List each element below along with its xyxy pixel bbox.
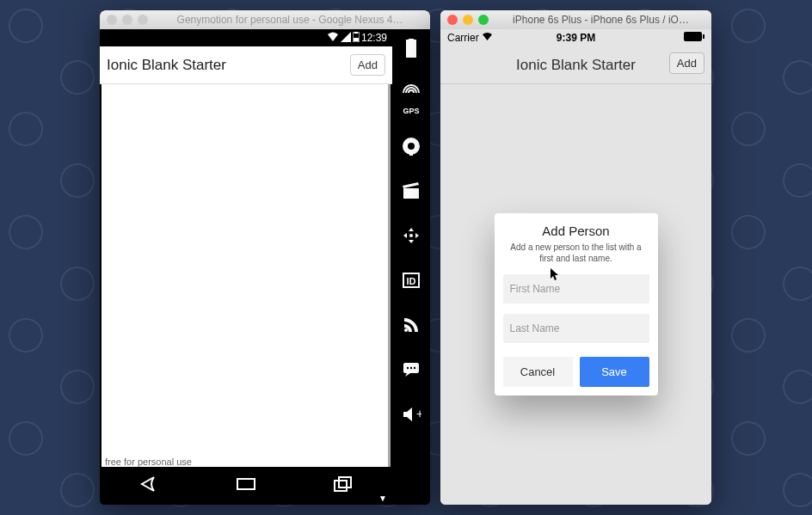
android-app-header: Ionic Blank Starter Add bbox=[100, 46, 392, 84]
android-content-area[interactable] bbox=[102, 84, 391, 467]
battery-tool-icon[interactable] bbox=[401, 38, 421, 62]
svg-rect-1 bbox=[354, 32, 358, 34]
remote-tool-icon[interactable] bbox=[401, 225, 421, 249]
svg-rect-2 bbox=[354, 38, 359, 41]
add-button[interactable]: Add bbox=[350, 54, 385, 76]
svg-rect-6 bbox=[409, 39, 414, 41]
last-name-input[interactable] bbox=[503, 314, 649, 343]
gps-label: GPS bbox=[401, 107, 421, 115]
genymotion-titlebar[interactable]: Genymotion for personal use - Google Nex… bbox=[100, 10, 430, 29]
home-icon[interactable] bbox=[234, 475, 258, 496]
camera-tool-icon[interactable] bbox=[401, 136, 421, 160]
ios-window-title: iPhone 6s Plus - iPhone 6s Plus / iO… bbox=[497, 14, 704, 26]
expand-icon[interactable]: ▼ bbox=[378, 494, 387, 503]
svg-text:ID: ID bbox=[407, 276, 416, 286]
svg-point-12 bbox=[409, 234, 413, 237]
svg-rect-11 bbox=[403, 188, 419, 199]
genymotion-watermark: free for personal use bbox=[105, 457, 192, 467]
svg-point-19 bbox=[414, 367, 415, 369]
android-clock: 12:39 bbox=[361, 32, 387, 44]
add-person-dialog: Add Person Add a new person to the list … bbox=[495, 213, 658, 395]
sms-tool-icon[interactable] bbox=[401, 359, 421, 383]
svg-point-18 bbox=[410, 367, 412, 369]
save-button[interactable]: Save bbox=[580, 357, 649, 387]
genymotion-window-title: Genymotion for personal use - Google Nex… bbox=[157, 14, 423, 26]
svg-rect-10 bbox=[409, 153, 413, 156]
ios-simulator-window: iPhone 6s Plus - iPhone 6s Plus / iO… Ca… bbox=[440, 10, 711, 505]
svg-rect-3 bbox=[335, 481, 347, 491]
zoom-icon[interactable] bbox=[478, 15, 489, 25]
traffic-lights bbox=[107, 15, 148, 25]
svg-point-17 bbox=[407, 367, 409, 369]
signal-icon bbox=[341, 32, 351, 45]
genymotion-sidebar: GPS ID + bbox=[392, 29, 430, 505]
recent-apps-icon[interactable] bbox=[331, 475, 355, 496]
svg-point-15 bbox=[404, 328, 408, 332]
android-app-title: Ionic Blank Starter bbox=[107, 57, 226, 74]
svg-point-9 bbox=[408, 143, 415, 150]
zoom-icon[interactable] bbox=[138, 15, 148, 25]
battery-icon bbox=[353, 32, 360, 45]
first-name-input[interactable] bbox=[503, 274, 649, 303]
gps-tool[interactable]: GPS bbox=[401, 83, 421, 115]
id-tool-icon[interactable]: ID bbox=[401, 270, 421, 294]
svg-rect-7 bbox=[409, 50, 414, 55]
android-status-bar: 12:39 bbox=[100, 29, 392, 46]
svg-rect-4 bbox=[339, 477, 351, 487]
minimize-icon[interactable] bbox=[122, 15, 132, 25]
close-icon[interactable] bbox=[447, 15, 458, 25]
android-nav-bar bbox=[100, 467, 392, 505]
svg-text:+: + bbox=[416, 407, 421, 420]
wifi-icon bbox=[327, 32, 339, 45]
dialog-title: Add Person bbox=[503, 224, 649, 238]
genymotion-window: Genymotion for personal use - Google Nex… bbox=[100, 10, 430, 505]
volume-tool-icon[interactable]: + bbox=[401, 404, 421, 428]
clapper-tool-icon[interactable] bbox=[401, 181, 421, 205]
traffic-lights bbox=[447, 15, 489, 25]
close-icon[interactable] bbox=[107, 15, 117, 25]
cancel-button[interactable]: Cancel bbox=[503, 357, 573, 387]
dialog-subtitle: Add a new person to the list with a firs… bbox=[503, 242, 649, 264]
minimize-icon[interactable] bbox=[463, 15, 473, 25]
android-screen: 12:39 Ionic Blank Starter Add free for p… bbox=[100, 29, 392, 505]
rss-tool-icon[interactable] bbox=[401, 315, 421, 339]
back-icon[interactable] bbox=[137, 475, 161, 496]
ios-titlebar[interactable]: iPhone 6s Plus - iPhone 6s Plus / iO… bbox=[440, 10, 711, 29]
